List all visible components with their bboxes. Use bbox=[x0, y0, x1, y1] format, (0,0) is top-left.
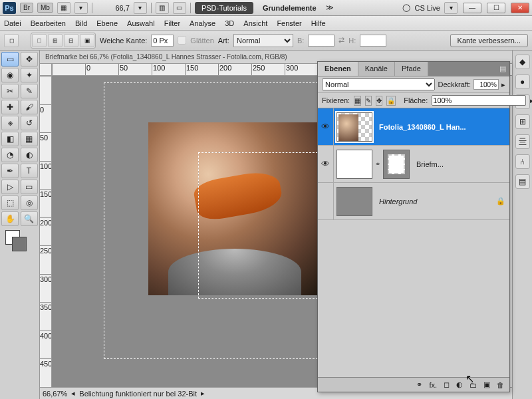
zoom-tool[interactable]: 🔍 bbox=[21, 211, 38, 226]
ruler-origin[interactable] bbox=[40, 64, 52, 76]
visibility-toggle[interactable]: 👁 bbox=[318, 146, 334, 182]
gradient-tool[interactable]: ▦ bbox=[21, 132, 38, 146]
layer-name[interactable]: Hintergrund bbox=[375, 198, 496, 205]
tab-kanaele[interactable]: Kanäle bbox=[358, 62, 395, 76]
blur-tool[interactable]: ◔ bbox=[1, 148, 19, 162]
lock-transparency-icon[interactable]: ▦ bbox=[354, 96, 361, 106]
brush-tool[interactable]: 🖌 bbox=[21, 100, 38, 114]
ruler-vertical[interactable]: 050100150200250300350400450 bbox=[40, 76, 52, 387]
zoom-level[interactable]: 66,7 bbox=[96, 4, 130, 12]
arrange-icon[interactable]: ▥ bbox=[156, 2, 169, 14]
hand-tool[interactable]: ✋ bbox=[1, 211, 19, 226]
lock-position-icon[interactable]: ✥ bbox=[376, 96, 382, 106]
adjustment-layer-icon[interactable]: ◐ bbox=[456, 380, 463, 389]
eyedropper-tool[interactable]: ✎ bbox=[21, 84, 38, 98]
menu-fenster[interactable]: Fenster bbox=[277, 19, 301, 27]
workspace-tab-grund[interactable]: Grundelemente bbox=[257, 2, 322, 14]
menu-3d[interactable]: 3D bbox=[225, 19, 234, 27]
layer-thumbnail[interactable] bbox=[336, 112, 372, 142]
window-maximize-button[interactable]: ☐ bbox=[487, 3, 505, 13]
menu-hilfe[interactable]: Hilfe bbox=[311, 19, 326, 27]
opacity-input[interactable] bbox=[473, 79, 499, 90]
channels-panel-icon[interactable]: ⑃ bbox=[515, 154, 530, 169]
crop-tool[interactable]: ✂ bbox=[1, 84, 19, 98]
style-select[interactable]: Normal bbox=[233, 34, 293, 47]
visibility-toggle[interactable] bbox=[318, 183, 334, 219]
marquee-tool[interactable]: ▭ bbox=[1, 52, 19, 66]
cslive-icon[interactable]: ◯ bbox=[402, 3, 410, 12]
status-prev-icon[interactable]: ◂ bbox=[71, 389, 75, 398]
type-tool[interactable]: T bbox=[21, 164, 38, 178]
tab-ebenen[interactable]: Ebenen bbox=[318, 62, 358, 76]
menu-analyse[interactable]: Analyse bbox=[190, 19, 215, 27]
selection-intersect-icon[interactable]: ▣ bbox=[80, 34, 94, 47]
layer-thumbnail[interactable] bbox=[336, 150, 372, 179]
menu-ebene[interactable]: Ebene bbox=[96, 19, 118, 27]
layer-row[interactable]: 👁 Fotolia_1340860_L Han... bbox=[318, 108, 509, 146]
layer-name[interactable]: Fotolia_1340860_L Han... bbox=[375, 123, 509, 131]
zoom-status[interactable]: 66,67% bbox=[43, 390, 67, 398]
fill-input[interactable] bbox=[432, 95, 526, 106]
lock-all-icon[interactable]: 🔒 bbox=[386, 96, 396, 106]
layer-mask-icon[interactable]: ◻ bbox=[444, 380, 450, 389]
menu-filter[interactable]: Filter bbox=[164, 19, 180, 27]
selection-subtract-icon[interactable]: ⊟ bbox=[64, 34, 78, 47]
swatches-panel-icon[interactable]: ● bbox=[515, 74, 530, 89]
bridge-chip[interactable]: Br bbox=[20, 3, 33, 13]
window-minimize-button[interactable]: — bbox=[463, 3, 481, 13]
layer-row[interactable]: 👁 ⚭ Briefm... bbox=[318, 146, 509, 183]
layer-mask-thumbnail[interactable] bbox=[383, 150, 410, 179]
selection-add-icon[interactable]: ⊞ bbox=[48, 34, 63, 47]
3d-tool[interactable]: ⬚ bbox=[1, 196, 19, 210]
healing-tool[interactable]: ✚ bbox=[1, 100, 19, 114]
stamp-tool[interactable]: ⎈ bbox=[1, 116, 19, 130]
move-tool[interactable]: ✥ bbox=[21, 52, 38, 66]
lock-pixels-icon[interactable]: ✎ bbox=[365, 96, 372, 106]
opacity-flyout-icon[interactable]: ▸ bbox=[501, 80, 505, 89]
masks-panel-icon[interactable]: 亖 bbox=[515, 134, 530, 149]
menu-bearbeiten[interactable]: Bearbeiten bbox=[31, 19, 66, 27]
history-brush-tool[interactable]: ↺ bbox=[21, 116, 38, 130]
refine-edge-button[interactable]: Kante verbessern... bbox=[450, 34, 528, 47]
pen-tool[interactable]: ✒ bbox=[1, 164, 19, 178]
layer-fx-icon[interactable]: fx. bbox=[429, 381, 437, 389]
workspace-more-icon[interactable]: ≫ bbox=[326, 3, 334, 12]
menu-datei[interactable]: Datei bbox=[4, 19, 21, 27]
view-grid-icon[interactable]: ▦ bbox=[57, 2, 70, 14]
cslive-label[interactable]: CS Live bbox=[414, 4, 440, 12]
layer-group-icon[interactable]: 🗀 bbox=[469, 381, 477, 389]
window-close-button[interactable]: ✕ bbox=[511, 3, 529, 13]
color-panel-icon[interactable]: ◆ bbox=[515, 55, 530, 69]
lasso-tool[interactable]: ◉ bbox=[1, 68, 19, 82]
paths-panel-icon[interactable]: ▤ bbox=[515, 174, 530, 189]
menu-auswahl[interactable]: Auswahl bbox=[127, 19, 155, 27]
menu-ansicht[interactable]: Ansicht bbox=[243, 19, 267, 27]
3d-camera-tool[interactable]: ◎ bbox=[21, 196, 38, 210]
status-next-icon[interactable]: ▸ bbox=[201, 389, 205, 398]
path-select-tool[interactable]: ▷ bbox=[1, 180, 19, 194]
panel-menu-icon[interactable]: ▤ bbox=[496, 62, 509, 76]
tool-preset-icon[interactable]: ◻ bbox=[4, 34, 19, 47]
blend-mode-select[interactable]: Normal bbox=[322, 78, 435, 90]
workspace-tab-psd[interactable]: PSD-Tutorials bbox=[195, 2, 253, 14]
layer-thumbnail[interactable] bbox=[336, 187, 372, 216]
shape-tool[interactable]: ▭ bbox=[21, 180, 38, 194]
visibility-toggle[interactable]: 👁 bbox=[318, 108, 334, 145]
feather-input[interactable] bbox=[151, 35, 174, 47]
tab-pfade[interactable]: Pfade bbox=[395, 62, 428, 76]
link-icon[interactable]: ⚭ bbox=[375, 160, 383, 168]
eraser-tool[interactable]: ◧ bbox=[1, 132, 19, 146]
selection-new-icon[interactable]: □ bbox=[32, 34, 47, 47]
screen-mode-icon[interactable]: ▭ bbox=[173, 2, 186, 14]
minibridge-chip[interactable]: Mb bbox=[37, 3, 53, 13]
menu-bild[interactable]: Bild bbox=[75, 19, 87, 27]
background-color[interactable] bbox=[12, 237, 27, 251]
link-layers-icon[interactable]: ⚭ bbox=[416, 380, 422, 389]
cslive-dropdown-icon[interactable]: ▾ bbox=[444, 2, 458, 14]
magic-wand-tool[interactable]: ✦ bbox=[21, 68, 38, 82]
new-layer-icon[interactable]: ▣ bbox=[483, 380, 490, 389]
layer-name[interactable]: Briefm... bbox=[412, 160, 509, 168]
dropdown-icon[interactable]: ▾ bbox=[74, 2, 88, 14]
zoom-dropdown-icon[interactable]: ▾ bbox=[134, 2, 147, 14]
delete-layer-icon[interactable]: 🗑 bbox=[497, 381, 504, 389]
